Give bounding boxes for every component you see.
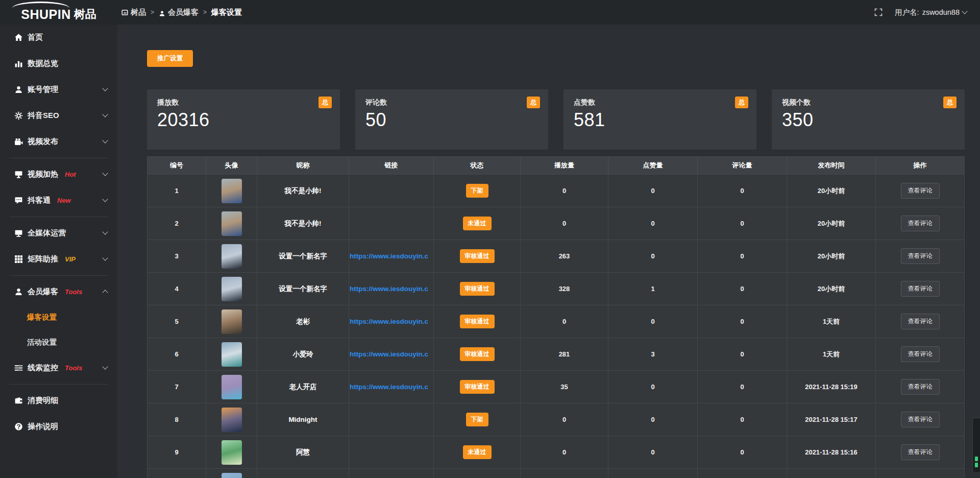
cell-publish-time: 1天前 bbox=[787, 305, 876, 338]
view-comments-button[interactable]: 查看评论 bbox=[901, 183, 940, 199]
cell-number: 7 bbox=[148, 371, 206, 403]
cell-status: 未通过 bbox=[434, 207, 521, 240]
sidebar-item-全媒体运营[interactable]: 全媒体运营 bbox=[0, 220, 117, 246]
stat-card: 评论数50总 bbox=[355, 89, 548, 150]
sidebar-item-线索监控[interactable]: 线索监控Tools bbox=[0, 355, 117, 381]
cell-action: 查看评论 bbox=[876, 207, 964, 240]
sidebar-subitem-活动设置[interactable]: 活动设置 bbox=[0, 330, 117, 355]
stat-label: 评论数 bbox=[365, 98, 538, 107]
cell-link bbox=[349, 207, 434, 240]
sidebar-item-会员爆客[interactable]: 会员爆客Tools bbox=[0, 279, 117, 305]
cell-comments: 0 bbox=[698, 403, 787, 436]
avatar bbox=[222, 179, 242, 203]
grid-icon bbox=[14, 255, 23, 264]
member-icon bbox=[14, 288, 23, 296]
cell-nickname: Midnight bbox=[257, 403, 349, 436]
view-comments-button[interactable]: 查看评论 bbox=[901, 412, 940, 427]
video-link[interactable]: https://www.iesdouyin.c bbox=[350, 350, 428, 358]
cell-nickname: 老彬 bbox=[257, 305, 349, 338]
table-row bbox=[148, 468, 964, 478]
sidebar-item-抖音SEO[interactable]: 抖音SEO bbox=[0, 103, 117, 129]
sidebar-item-抖客通[interactable]: 抖客通New bbox=[0, 187, 117, 213]
cell-number: 6 bbox=[148, 338, 206, 370]
promo-settings-button[interactable]: 推广设置 bbox=[147, 50, 193, 67]
cell-action: 查看评论 bbox=[876, 338, 964, 370]
view-comments-button[interactable]: 查看评论 bbox=[901, 379, 940, 395]
video-link[interactable]: https://www.iesdouyin.c bbox=[350, 318, 428, 325]
view-comments-button[interactable]: 查看评论 bbox=[901, 444, 940, 460]
breadcrumb-item[interactable]: 会员爆客 bbox=[159, 8, 199, 17]
question-icon bbox=[14, 422, 23, 431]
cell-publish-time: 20小时前 bbox=[787, 240, 876, 272]
status-badge: 审核通过 bbox=[460, 347, 495, 361]
floating-widget[interactable] bbox=[972, 418, 980, 473]
cell-nickname: 老人开店 bbox=[257, 371, 349, 403]
cell-action: 查看评论 bbox=[876, 175, 964, 207]
sidebar-subitem-爆客设置[interactable]: 爆客设置 bbox=[0, 305, 117, 330]
logo-text-cn: 树品 bbox=[74, 9, 96, 20]
cell-number bbox=[148, 469, 206, 478]
cell-nickname: 设置一个新名字 bbox=[257, 240, 349, 272]
column-header: 编号 bbox=[148, 157, 206, 174]
table-row: 9阿慧未通过0002021-11-28 15:16查看评论 bbox=[148, 436, 964, 468]
video-link[interactable]: https://www.iesdouyin.c bbox=[350, 383, 428, 391]
cell-status: 审核通过 bbox=[434, 240, 521, 272]
cell-nickname: 我不是小帅! bbox=[257, 175, 349, 207]
view-comments-button[interactable]: 查看评论 bbox=[901, 248, 940, 264]
view-comments-button[interactable]: 查看评论 bbox=[901, 346, 940, 362]
cell-likes: 0 bbox=[608, 175, 698, 207]
cell-publish-time: 2021-11-28 15:16 bbox=[787, 436, 876, 468]
breadcrumb-item[interactable]: 树品 bbox=[121, 8, 146, 17]
avatar bbox=[222, 211, 242, 236]
cell-link: https://www.iesdouyin.c bbox=[349, 240, 434, 272]
sidebar-item-数据总览[interactable]: 数据总览 bbox=[0, 51, 117, 77]
cell-plays: 35 bbox=[521, 371, 608, 403]
sidebar-item-视频加热[interactable]: 视频加热Hot bbox=[0, 161, 117, 187]
user-menu[interactable]: 用户名: zswodun88 bbox=[895, 8, 967, 17]
cell-action: 查看评论 bbox=[876, 371, 964, 403]
cell-action: 查看评论 bbox=[876, 403, 964, 436]
column-header: 头像 bbox=[206, 157, 257, 174]
cell-avatar bbox=[206, 207, 257, 240]
cell-number: 2 bbox=[148, 207, 206, 240]
cell-plays: 281 bbox=[521, 338, 608, 370]
user-icon bbox=[159, 9, 165, 16]
view-comments-button[interactable]: 查看评论 bbox=[901, 216, 940, 231]
view-comments-button[interactable]: 查看评论 bbox=[901, 314, 940, 329]
cell-link bbox=[349, 469, 434, 478]
video-link[interactable]: https://www.iesdouyin.c bbox=[350, 252, 428, 260]
column-header: 评论量 bbox=[698, 157, 787, 174]
top-header: SHUPIN 树品 树品>会员爆客>爆客设置 用户名: zswodun88 bbox=[0, 0, 980, 25]
stat-value: 20316 bbox=[157, 109, 330, 131]
chevron-down-icon bbox=[102, 255, 108, 260]
cell-number: 3 bbox=[148, 240, 206, 272]
sidebar-item-label: 首页 bbox=[28, 33, 43, 42]
cell-status: 审核通过 bbox=[434, 305, 521, 338]
column-header: 播放量 bbox=[521, 157, 608, 174]
sidebar-divider bbox=[9, 384, 108, 385]
avatar bbox=[222, 408, 242, 432]
cell-status: 下架 bbox=[434, 403, 521, 436]
cell-status: 未通过 bbox=[434, 436, 521, 468]
sidebar-item-矩阵助推[interactable]: 矩阵助推VIP bbox=[0, 246, 117, 272]
sidebar-item-首页[interactable]: 首页 bbox=[0, 25, 117, 51]
sidebar-item-操作说明[interactable]: 操作说明 bbox=[0, 414, 117, 440]
chevron-down-icon bbox=[102, 111, 108, 117]
chevron-down-icon bbox=[102, 229, 108, 234]
status-badge: 审核通过 bbox=[460, 315, 495, 328]
video-link[interactable]: https://www.iesdouyin.c bbox=[350, 285, 428, 293]
cell-link: https://www.iesdouyin.c bbox=[349, 305, 434, 338]
sidebar-item-视频发布[interactable]: 视频发布 bbox=[0, 129, 117, 155]
cell-comments: 0 bbox=[698, 175, 787, 207]
cell-action: 查看评论 bbox=[876, 436, 964, 468]
app-logo[interactable]: SHUPIN 树品 bbox=[0, 0, 117, 25]
cell-avatar bbox=[206, 240, 257, 272]
view-comments-button[interactable]: 查看评论 bbox=[901, 281, 940, 297]
cell-link: https://www.iesdouyin.c bbox=[349, 273, 434, 305]
sidebar-item-消费明细[interactable]: 消费明细 bbox=[0, 388, 117, 414]
stat-label: 点赞数 bbox=[574, 98, 746, 107]
main-content: 推广设置 播放数20316总评论数50总点赞数581总视频个数350总 编号头像… bbox=[117, 25, 980, 478]
fullscreen-icon[interactable] bbox=[874, 8, 883, 16]
sidebar-item-账号管理[interactable]: 账号管理 bbox=[0, 77, 117, 103]
sidebar-item-label: 数据总览 bbox=[28, 59, 58, 68]
